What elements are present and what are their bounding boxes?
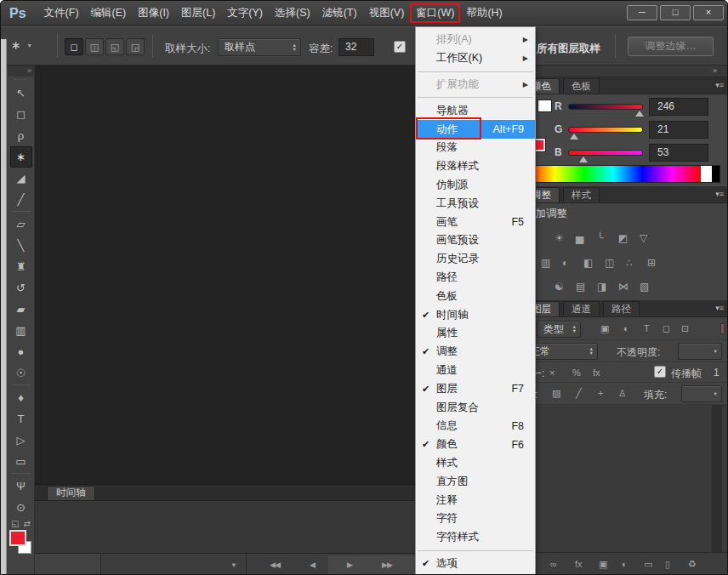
fill-select[interactable]: ▼: [681, 385, 722, 402]
menu-item-导航器[interactable]: 导航器: [416, 101, 535, 120]
lock-transparent-pixels-icon[interactable]: ▨: [552, 388, 560, 399]
panel-menu-icon[interactable]: ▾≡: [715, 81, 724, 89]
levels-icon[interactable]: ▅: [576, 232, 597, 244]
swap-colors-icon[interactable]: ⇄: [24, 519, 31, 528]
menubar-item-编辑(E)[interactable]: 编辑(E): [85, 3, 133, 23]
menu-item-路径[interactable]: 路径: [416, 269, 535, 288]
slider-thumb-icon[interactable]: [635, 111, 644, 117]
slider-thumb-icon[interactable]: [579, 157, 588, 162]
tab-通道[interactable]: 通道: [563, 301, 600, 316]
delete-layer-icon[interactable]: ♻: [688, 559, 697, 570]
minimize-button[interactable]: ─: [627, 5, 657, 20]
color-spectrum-ramp[interactable]: [525, 165, 720, 183]
new-layer-icon[interactable]: ▯: [665, 559, 670, 570]
sample-size-select[interactable]: 取样点 ▲▼: [218, 38, 301, 56]
brightness-contrast-icon[interactable]: ☀: [555, 232, 576, 244]
menu-item-段落[interactable]: 段落: [416, 139, 535, 157]
default-colors-icon[interactable]: ◱: [11, 519, 19, 528]
filter-toggle-icon[interactable]: [720, 323, 725, 334]
menubar-item-窗口(W)[interactable]: 窗口(W): [410, 3, 460, 23]
black-white-icon[interactable]: ◐: [562, 257, 583, 269]
menu-item-字符[interactable]: 字符: [416, 510, 535, 528]
unify-style-icon[interactable]: fx: [593, 367, 600, 378]
menu-item-画笔[interactable]: 画笔F5: [416, 213, 535, 231]
scrollbar[interactable]: [712, 405, 722, 552]
tab-timeline[interactable]: 时间轴: [47, 486, 95, 500]
menu-item-颜色[interactable]: ✔颜色F6: [416, 436, 535, 454]
panel-collapse-button[interactable]: »: [520, 65, 728, 77]
brush-tool[interactable]: ╲: [10, 235, 32, 256]
unify-position-icon[interactable]: ×: [549, 367, 555, 378]
close-button[interactable]: ×: [693, 5, 724, 20]
tab-路径[interactable]: 路径: [603, 301, 640, 316]
menu-item-扩展功能[interactable]: 扩展功能▶: [416, 76, 535, 94]
menu-item-工具预设[interactable]: 工具预设: [416, 194, 535, 213]
toolbar-grip[interactable]: ····: [14, 77, 28, 83]
channel-value-B[interactable]: 53: [649, 144, 708, 162]
lasso-tool[interactable]: ρ: [10, 125, 32, 146]
menu-item-时间轴[interactable]: ✔时间轴: [416, 305, 535, 324]
type-tool[interactable]: T: [10, 408, 32, 430]
history-brush-tool[interactable]: ↺: [10, 277, 32, 299]
posterize-icon[interactable]: ▤: [576, 281, 597, 293]
curves-icon[interactable]: ╰: [597, 232, 618, 244]
menubar-item-文件(F)[interactable]: 文件(F): [38, 3, 85, 23]
clone-stamp-tool[interactable]: ♜: [10, 256, 32, 277]
hand-tool[interactable]: Ψ: [10, 475, 32, 497]
photo-filter-icon[interactable]: ◧: [583, 257, 605, 269]
healing-brush-tool[interactable]: ▱: [10, 213, 32, 235]
lock-all-icon[interactable]: ♙: [618, 388, 627, 399]
layer-filter-select[interactable]: 类型 ▲▼: [537, 321, 581, 338]
menu-item-图层[interactable]: ✔图层F7: [416, 379, 535, 398]
menubar-item-图像(I)[interactable]: 图像(I): [132, 3, 175, 23]
menu-item-画笔预设[interactable]: 画笔预设: [416, 231, 535, 250]
marquee-tool[interactable]: ◻: [10, 104, 32, 125]
eraser-tool[interactable]: ▰: [10, 299, 32, 320]
menu-item-字符样式[interactable]: 字符样式: [416, 528, 535, 547]
shape-tool[interactable]: ▭: [10, 451, 32, 472]
filter-pixel-layers-icon[interactable]: ▣: [600, 323, 609, 334]
lock-position-icon[interactable]: +: [598, 388, 603, 398]
tolerance-input[interactable]: 32: [338, 38, 374, 56]
channel-slider-G[interactable]: [568, 127, 643, 133]
panel-menu-icon[interactable]: ▾≡: [715, 304, 724, 312]
selective-color-icon[interactable]: ⋈: [618, 281, 640, 293]
tab-色板[interactable]: 色板: [563, 78, 600, 94]
refine-edge-button[interactable]: 调整边缘…: [628, 37, 714, 56]
menubar-item-帮助(H)[interactable]: 帮助(H): [460, 3, 508, 23]
channel-value-R[interactable]: 246: [649, 98, 708, 116]
menu-item-通道[interactable]: 通道: [416, 362, 535, 380]
anti-alias-checkbox[interactable]: ✓: [394, 41, 406, 53]
subtract-from-selection-button[interactable]: ◱: [105, 38, 124, 55]
layer-list[interactable]: [520, 405, 728, 552]
add-to-selection-button[interactable]: ◫: [85, 38, 104, 55]
menu-item-色板[interactable]: 色板: [416, 287, 535, 305]
unify-visibility-icon[interactable]: %: [572, 367, 581, 378]
color-lookup-icon[interactable]: ∴: [626, 257, 647, 269]
menu-item-段落样式[interactable]: 段落样式: [416, 157, 535, 176]
vibrance-icon[interactable]: ▽: [640, 232, 661, 244]
menu-item-排列(A)[interactable]: 排列(A)▶: [416, 31, 535, 49]
menu-item-图层复合[interactable]: 图层复合: [416, 398, 535, 417]
menu-item-样式[interactable]: 样式: [416, 454, 535, 473]
move-tool[interactable]: ↖: [10, 83, 32, 104]
menu-item-信息[interactable]: 信息F8: [416, 417, 535, 436]
filter-shape-layers-icon[interactable]: ◻: [663, 323, 670, 334]
channel-value-G[interactable]: 21: [649, 121, 708, 139]
filter-adjustment-layers-icon[interactable]: ◐: [623, 323, 629, 333]
eyedropper-tool[interactable]: ╱: [10, 189, 32, 210]
menubar-item-视图(V)[interactable]: 视图(V): [363, 3, 411, 23]
blur-tool[interactable]: ●: [10, 341, 32, 362]
opacity-select[interactable]: ▼: [678, 343, 722, 360]
tool-preset-picker[interactable]: ∗ ▾: [11, 38, 31, 52]
menubar-item-滤镜(T)[interactable]: 滤镜(T): [316, 3, 363, 23]
menu-item-调整[interactable]: ✔调整: [416, 343, 535, 362]
intersect-selection-button[interactable]: ◲: [126, 38, 145, 55]
magic-wand-tool[interactable]: ∗: [10, 146, 32, 168]
exposure-icon[interactable]: ◩: [618, 232, 640, 244]
previous-frame-button[interactable]: ◀: [295, 554, 329, 575]
timeline-options-select[interactable]: ▼: [102, 554, 247, 575]
menu-item-直方图[interactable]: 直方图: [416, 472, 535, 491]
path-selection-tool[interactable]: ▷: [10, 430, 32, 451]
menu-item-工作区(K)[interactable]: 工作区(K)▶: [416, 49, 535, 68]
